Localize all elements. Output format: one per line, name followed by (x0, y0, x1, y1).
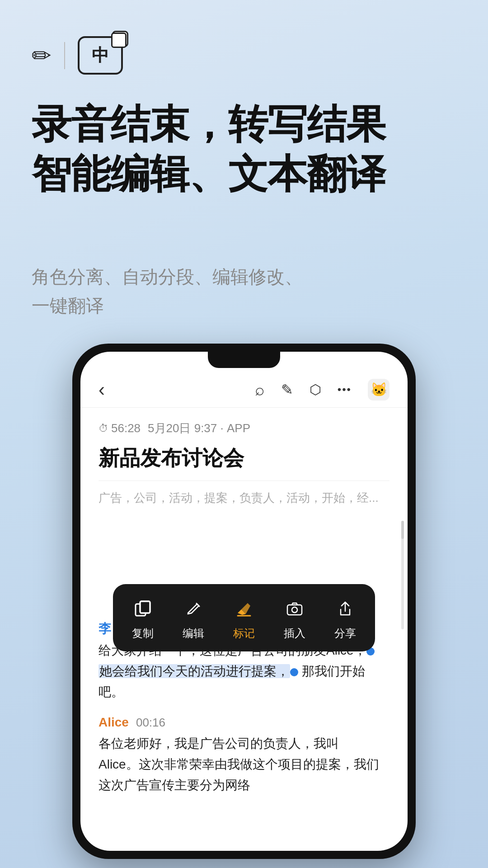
avatar-emoji: 🐱 (371, 382, 387, 397)
popup-copy[interactable]: 复制 (117, 596, 168, 644)
popup-insert[interactable]: 插入 (269, 596, 320, 644)
tags-line: 广告，公司，活动，提案，负责人，活动，开始，经... (80, 481, 408, 515)
speaker2-time: 00:16 (136, 716, 165, 730)
translate-icon[interactable]: 中 A (78, 36, 123, 75)
text-action-popup: 复制 编辑 (113, 584, 375, 651)
highlight-label: 标记 (233, 626, 255, 641)
scrollbar[interactable] (401, 521, 404, 629)
share-icon[interactable]: ⬡ (310, 382, 321, 397)
copy-icon (134, 599, 152, 622)
phone-frame: ‹ ⌕ ✎ ⬡ ••• 🐱 ⏱ 56:28 (72, 344, 416, 859)
topbar-right-icons: ⌕ ✎ ⬡ ••• 🐱 (255, 379, 389, 401)
headline-line1: 录音结束，转写结果 (32, 102, 385, 146)
headline-line2: 智能编辑、文本翻译 (32, 151, 385, 196)
recording-duration: ⏱ 56:28 (99, 421, 141, 435)
highlight-icon (235, 599, 253, 622)
popup-highlight[interactable]: 标记 (219, 596, 269, 644)
translate-overlay: A (112, 31, 128, 47)
app-content: ⏱ 56:28 5月20日 9:37 · APP 新品发布讨论会 广告，公司，活… (80, 408, 408, 851)
scrollbar-thumb (401, 521, 404, 539)
speaker2-name: Alice (99, 715, 129, 730)
share-icon-popup (336, 599, 354, 622)
recording-date: 5月20日 9:37 · APP (148, 420, 250, 436)
speaker1-name: 李 (99, 622, 111, 636)
popup-share[interactable]: 分享 (320, 596, 371, 644)
note-title: 新品发布讨论会 (80, 441, 408, 481)
transcript-speaker2: Alice 00:16 各位老师好，我是广告公司的负责人，我叫 Alice。这次… (99, 715, 380, 796)
top-toolbar: ✏ 中 A (32, 36, 123, 75)
translate-icon-label: 中 (92, 44, 109, 67)
edit-icon[interactable]: ✎ (281, 381, 293, 398)
headline-block: 录音结束，转写结果 智能编辑、文本翻译 (32, 99, 456, 199)
toolbar-divider (64, 42, 65, 69)
content-meta: ⏱ 56:28 5月20日 9:37 · APP (80, 408, 408, 441)
insert-label: 插入 (284, 626, 305, 641)
popup-edit[interactable]: 编辑 (168, 596, 219, 644)
phone-mockup: ‹ ⌕ ✎ ⬡ ••• 🐱 ⏱ 56:28 (72, 344, 416, 859)
search-icon[interactable]: ⌕ (255, 380, 265, 399)
edit-icon-popup (184, 599, 202, 622)
cursor-right (290, 668, 298, 676)
avatar-icon[interactable]: 🐱 (368, 379, 389, 401)
camera-icon (286, 599, 304, 622)
subtext-block: 角色分离、自动分段、编辑修改、 一键翻译 (32, 262, 456, 320)
back-button[interactable]: ‹ (99, 379, 105, 401)
svg-rect-3 (287, 605, 302, 615)
svg-rect-1 (140, 601, 150, 613)
app-topbar: ‹ ⌕ ✎ ⬡ ••• 🐱 (80, 372, 408, 408)
edit-label: 编辑 (183, 626, 204, 641)
share-label: 分享 (334, 626, 356, 641)
more-icon[interactable]: ••• (338, 383, 352, 396)
copy-label: 复制 (132, 626, 154, 641)
pencil-icon: ✏ (32, 42, 52, 69)
phone-screen: ‹ ⌕ ✎ ⬡ ••• 🐱 ⏱ 56:28 (80, 352, 408, 851)
svg-point-4 (292, 607, 297, 613)
subtext-line2: 一键翻译 (32, 296, 104, 316)
speaker2-text: 各位老师好，我是广告公司的负责人，我叫 Alice。这次非常荣幸由我做这个项目的… (99, 733, 380, 796)
subtext-line1: 角色分离、自动分段、编辑修改、 (32, 267, 303, 287)
phone-notch (208, 352, 280, 368)
speaker1-text-highlighted: 她会给我们今天的活动进行提案， (99, 664, 290, 678)
